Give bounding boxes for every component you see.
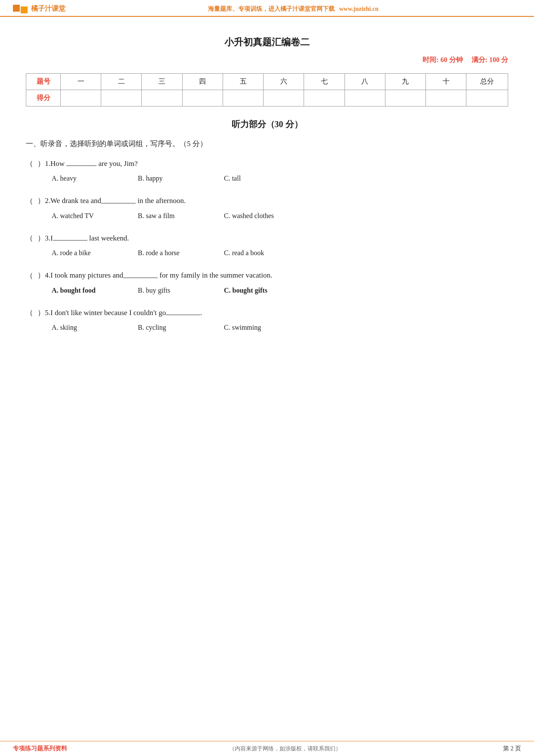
score-cell-6 xyxy=(264,90,304,106)
q5-option-a: A. skiing xyxy=(52,324,138,331)
q2-option-c: C. washed clothes xyxy=(224,212,310,220)
footer-center: （内容来源于网络，如涉版权，请联系我们） xyxy=(229,745,341,753)
q5-blank[interactable] xyxy=(166,306,200,315)
time-label: 时间: xyxy=(422,56,438,63)
logo-text: 橘子汁课堂 xyxy=(31,4,65,13)
q3-option-c: C. read a book xyxy=(224,249,310,257)
q1-option-c: C. tall xyxy=(224,175,310,182)
question-1-block: （ ）1.How are you, Jim? A. heavy B. happy… xyxy=(26,157,508,182)
table-header-7: 七 xyxy=(304,74,345,90)
table-header-4: 四 xyxy=(182,74,223,90)
q3-bracket: （ xyxy=(26,233,33,243)
slogan-text: 海量题库、专项训练，进入橘子汁课堂官网下载 xyxy=(208,6,335,12)
table-header-3: 三 xyxy=(142,74,182,90)
time-score: 时间: 60 分钟 满分: 100 分 xyxy=(26,56,508,65)
logo-area: 橘子汁课堂 xyxy=(13,4,65,13)
footer-right: 第 2 页 xyxy=(503,745,521,753)
table-row2-label: 得分 xyxy=(26,90,61,106)
question-3-block: （ ）3.I last weekend. A. rode a bike B. r… xyxy=(26,232,508,257)
header-slogan: 海量题库、专项训练，进入橘子汁课堂官网下载 www.juzizhi.cn xyxy=(65,5,521,13)
q2-stem-prefix: ）2.We drank tea and in the afternoon. xyxy=(36,194,186,206)
question-2-stem: （ ）2.We drank tea and in the afternoon. xyxy=(26,194,508,206)
table-header-8: 八 xyxy=(345,74,385,90)
q4-stem-prefix: ）4.I took many pictures and for my famil… xyxy=(36,269,272,280)
table-header-5: 五 xyxy=(223,74,263,90)
q2-option-b: B. saw a film xyxy=(138,212,224,220)
q4-options: A. bought food B. buy gifts C. bought gi… xyxy=(52,287,508,294)
q2-bracket: （ xyxy=(26,196,33,206)
table-header-10: 十 xyxy=(426,74,466,90)
q1-option-a: A. heavy xyxy=(52,175,138,182)
q3-options: A. rode a bike B. rode a horse C. read a… xyxy=(52,249,508,257)
score-cell-7 xyxy=(304,90,345,106)
q1-blank[interactable] xyxy=(66,157,96,166)
footer-right-suffix: 页 xyxy=(515,745,521,752)
score-cell-1 xyxy=(61,90,101,106)
listening-section-title: 听力部分（30 分） xyxy=(26,119,508,130)
table-header-2: 二 xyxy=(101,74,142,90)
table-header-6: 六 xyxy=(264,74,304,90)
q3-option-a: A. rode a bike xyxy=(52,249,138,257)
score-cell-2 xyxy=(101,90,142,106)
score-cell-3 xyxy=(142,90,182,106)
question-4-block: （ ）4.I took many pictures and for my fam… xyxy=(26,269,508,294)
page-header: 橘子汁课堂 海量题库、专项训练，进入橘子汁课堂官网下载 www.juzizhi.… xyxy=(0,0,534,17)
score-cell-4 xyxy=(182,90,223,106)
q1-bracket: （ xyxy=(26,159,33,169)
question-3-stem: （ ）3.I last weekend. xyxy=(26,232,508,243)
question-4-stem: （ ）4.I took many pictures and for my fam… xyxy=(26,269,508,280)
score-cell-9 xyxy=(385,90,425,106)
q3-stem-prefix: ）3.I last weekend. xyxy=(36,232,129,243)
page-content: 小升初真题汇编卷二 时间: 60 分钟 满分: 100 分 题号 一 二 三 四… xyxy=(0,17,534,378)
question-5-stem: （ ）5.I don't like winter because I could… xyxy=(26,306,508,318)
score-table: 题号 一 二 三 四 五 六 七 八 九 十 总分 得分 xyxy=(26,73,508,106)
q4-blank[interactable] xyxy=(123,269,158,278)
q5-stem-prefix: ）5.I don't like winter because I couldn'… xyxy=(36,306,202,318)
table-header-total: 总分 xyxy=(466,74,508,90)
score-value: 100 分 xyxy=(489,56,508,63)
footer-page-number: 2 xyxy=(511,745,514,752)
question-1-stem: （ ）1.How are you, Jim? xyxy=(26,157,508,169)
score-label: 满分: xyxy=(472,56,487,63)
q4-option-b: B. buy gifts xyxy=(138,287,224,294)
q3-blank[interactable] xyxy=(53,232,87,241)
footer-left: 专项练习题系列资料 xyxy=(13,745,67,753)
main-title: 小升初真题汇编卷二 xyxy=(26,36,508,49)
website-text: www.juzizhi.cn xyxy=(339,6,379,12)
q5-option-b: B. cycling xyxy=(138,324,224,331)
time-value: 60 分钟 xyxy=(441,56,463,63)
q5-bracket: （ xyxy=(26,308,33,318)
q4-option-c: C. bought gifts xyxy=(224,287,310,294)
table-row1-label: 题号 xyxy=(26,74,61,90)
score-cell-total xyxy=(466,90,508,106)
score-cell-8 xyxy=(345,90,385,106)
question-5-block: （ ）5.I don't like winter because I could… xyxy=(26,306,508,331)
q5-option-c: C. swimming xyxy=(224,324,310,331)
logo-icon xyxy=(13,5,28,13)
section1-instruction: 一、听录音，选择听到的单词或词组，写序号。（5 分） xyxy=(26,139,508,149)
score-cell-10 xyxy=(426,90,466,106)
q1-stem-prefix: ）1.How are you, Jim? xyxy=(36,157,138,169)
q1-options: A. heavy B. happy C. tall xyxy=(52,175,508,182)
footer-right-label: 第 xyxy=(503,745,509,752)
q3-option-b: B. rode a horse xyxy=(138,249,224,257)
q2-blank[interactable] xyxy=(101,194,136,203)
score-cell-5 xyxy=(223,90,263,106)
table-header-9: 九 xyxy=(385,74,425,90)
q4-bracket: （ xyxy=(26,271,33,281)
q1-option-b: B. happy xyxy=(138,175,224,182)
q5-options: A. skiing B. cycling C. swimming xyxy=(52,324,508,331)
page-footer: 专项练习题系列资料 （内容来源于网络，如涉版权，请联系我们） 第 2 页 xyxy=(0,741,534,756)
question-2-block: （ ）2.We drank tea and in the afternoon. … xyxy=(26,194,508,219)
q2-option-a: A. watched TV xyxy=(52,212,138,220)
table-header-1: 一 xyxy=(61,74,101,90)
q4-option-a: A. bought food xyxy=(52,287,138,294)
q2-options: A. watched TV B. saw a film C. washed cl… xyxy=(52,212,508,220)
